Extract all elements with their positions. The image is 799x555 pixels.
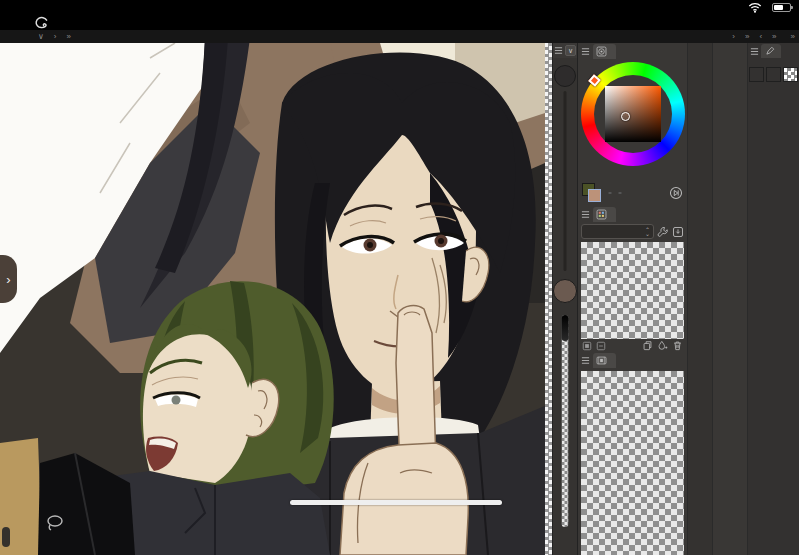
collapse-slider-button[interactable]: ∨ <box>565 45 576 56</box>
clip-studio-logo[interactable] <box>34 16 49 29</box>
tool-tab[interactable] <box>761 44 781 58</box>
slider-palette: ∨ <box>552 43 578 555</box>
palette-icon-strip <box>688 43 713 555</box>
ipad-status-bar <box>0 0 799 15</box>
color-history-header <box>578 352 687 369</box>
color-set-header <box>578 206 687 223</box>
hamburger-icon[interactable] <box>581 356 590 365</box>
opacity-slider-track[interactable] <box>562 315 569 527</box>
hamburger-icon[interactable] <box>581 210 590 219</box>
fg-bg-swatches[interactable] <box>582 183 602 203</box>
color-a-knob[interactable] <box>554 65 576 87</box>
canvas-chevrons: ∨ › » <box>38 30 71 43</box>
add-droplet-icon[interactable] <box>657 340 668 351</box>
color-set-controls: ⌃⌄ <box>578 223 687 240</box>
canvas[interactable]: › <box>0 43 552 555</box>
swap-small-icon[interactable] <box>596 341 606 351</box>
palette-dock-handle[interactable]: › <box>0 255 17 303</box>
color-set-tab[interactable] <box>593 207 616 222</box>
palette-small-icon[interactable] <box>582 341 592 351</box>
clip-studio-paint-window: ∨ › » › » ‹ » » <box>0 0 799 555</box>
wrench-icon[interactable] <box>657 226 669 238</box>
opacity-slider-thumb[interactable] <box>562 315 569 341</box>
palette-chevrons: › » ‹ » <box>732 30 776 43</box>
hamburger-icon[interactable] <box>581 47 590 56</box>
updown-icon: ⌃⌄ <box>645 228 650 236</box>
color-wheel-header <box>578 43 687 60</box>
home-indicator[interactable] <box>290 500 502 505</box>
tool-chevron: » <box>791 30 795 43</box>
sub-color-swatch[interactable] <box>588 189 601 202</box>
color-b-knob[interactable] <box>553 279 577 303</box>
color-mode-toggle-icon[interactable] <box>669 186 683 200</box>
selection-launcher <box>2 527 10 547</box>
chevrons-right-icon[interactable]: » <box>67 32 71 41</box>
tool-palette <box>748 43 799 555</box>
tool-color-swatches <box>748 67 799 82</box>
paste-icon[interactable] <box>642 340 653 351</box>
color-palettes: ⌃⌄ <box>578 43 688 555</box>
canvas-transparent-edge <box>545 43 552 555</box>
import-icon[interactable] <box>672 226 684 238</box>
sv-square[interactable] <box>605 86 661 142</box>
trash-icon[interactable] <box>672 340 683 351</box>
artwork <box>0 43 552 555</box>
color-set-footer <box>578 339 687 352</box>
color-wheel-tab[interactable] <box>593 44 616 59</box>
color-history-tab[interactable] <box>593 353 616 368</box>
chevron-right-icon[interactable]: › <box>54 32 57 41</box>
saturation-label <box>608 192 612 194</box>
color-wheel[interactable] <box>578 60 687 180</box>
hamburger-icon[interactable] <box>554 46 563 55</box>
color-set-dropdown[interactable]: ⌃⌄ <box>581 224 654 239</box>
battery-icon <box>772 3 791 12</box>
blend-slider-track[interactable] <box>564 91 567 271</box>
hamburger-icon[interactable] <box>750 47 759 56</box>
tool-palette-header <box>748 43 799 59</box>
chevrons-right-icon[interactable]: » <box>772 32 776 41</box>
chevron-right-icon[interactable]: › <box>732 32 735 41</box>
color-history-grid[interactable] <box>581 371 684 555</box>
chevron-down-icon[interactable]: ∨ <box>38 32 44 41</box>
chevrons-right-icon[interactable]: » <box>745 32 749 41</box>
document-tab-bar: ∨ › » › » ‹ » » <box>0 30 799 43</box>
panel-icon-strip <box>713 43 748 555</box>
chevron-left-icon[interactable]: ‹ <box>759 32 762 41</box>
value-label <box>618 192 622 194</box>
color-set-grid[interactable] <box>581 242 684 339</box>
main-area: › ∨ <box>0 43 799 555</box>
wifi-icon <box>748 2 762 13</box>
main-color-swatch[interactable] <box>749 67 764 82</box>
chevrons-right-icon[interactable]: » <box>791 32 795 41</box>
chevron-right-icon: › <box>6 272 10 287</box>
menu-bar <box>0 15 799 30</box>
tool-grid <box>748 59 799 61</box>
transparent-color-swatch[interactable] <box>783 67 798 82</box>
hsv-readout <box>578 180 687 206</box>
sub-color-swatch[interactable] <box>766 67 781 82</box>
sv-cursor[interactable] <box>621 112 630 121</box>
